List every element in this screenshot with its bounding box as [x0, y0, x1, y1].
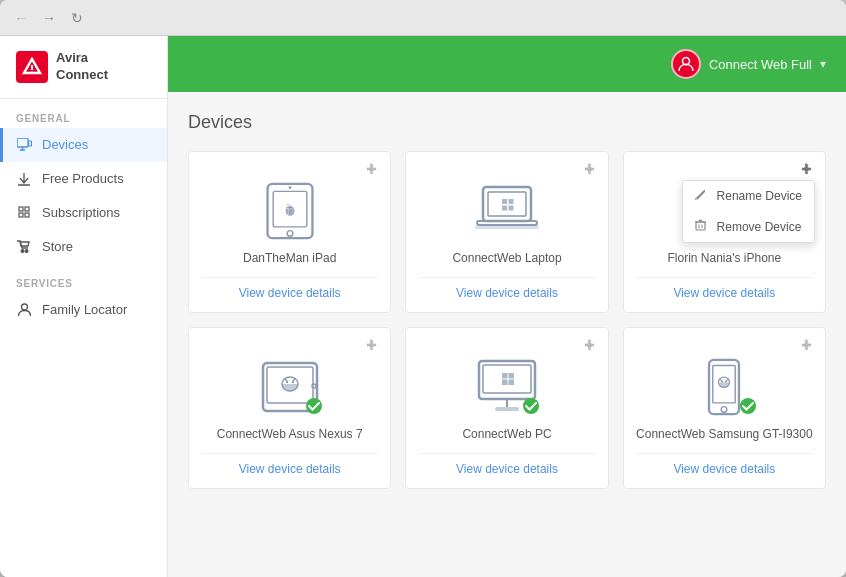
svg-rect-29	[502, 205, 507, 210]
view-details-connectweb-laptop[interactable]: View device details	[418, 277, 595, 300]
device-name-connectweb-samsung: ConnectWeb Samsung GT-I9300	[636, 427, 813, 441]
services-section-label: Services	[0, 264, 167, 293]
device-card-connectweb-laptop: ConnectWeb Laptop View device details	[405, 151, 608, 313]
browser-chrome: ← → ↻	[0, 0, 846, 36]
svg-text:: 	[285, 205, 289, 216]
svg-rect-59	[502, 379, 508, 385]
svg-point-67	[722, 406, 728, 412]
svg-rect-30	[508, 205, 513, 210]
device-icon-connectweb-nexus7	[255, 354, 325, 419]
context-menu-rename[interactable]: Rename Device	[683, 181, 814, 211]
view-details-connectweb-samsung[interactable]: View device details	[636, 453, 813, 476]
svg-line-72	[726, 378, 729, 381]
main-content: Connect Web Full ▾ Devices	[168, 36, 846, 577]
device-card-connectweb-pc: ConnectWeb PC View device details	[405, 327, 608, 489]
device-name-dantheman-ipad: DanTheMan iPad	[243, 251, 336, 265]
svg-rect-56	[483, 365, 531, 393]
svg-point-12	[21, 250, 24, 253]
sidebar-item-family-locator[interactable]: Family Locator	[0, 293, 167, 327]
svg-point-15	[682, 58, 689, 65]
device-settings-connectweb-nexus7[interactable]	[364, 338, 378, 355]
svg-point-49	[285, 380, 287, 382]
pencil-icon	[695, 189, 709, 203]
forward-button[interactable]: →	[40, 9, 58, 27]
device-name-florin-iphone: Florin Nania's iPhone	[667, 251, 781, 265]
person-icon	[16, 302, 32, 318]
general-section-label: General	[0, 99, 167, 128]
view-details-connectweb-pc[interactable]: View device details	[418, 453, 595, 476]
user-avatar	[671, 49, 701, 79]
view-details-florin-iphone[interactable]: View device details	[636, 277, 813, 300]
sidebar-item-devices[interactable]: Devices	[0, 128, 167, 162]
device-settings-connectweb-samsung[interactable]	[799, 338, 813, 355]
svg-rect-2	[17, 138, 28, 147]
svg-rect-57	[502, 373, 508, 379]
trash-icon	[695, 219, 709, 234]
device-card-florin-iphone: Rename Device	[623, 151, 826, 313]
user-badge[interactable]: Connect Web Full ▾	[671, 49, 826, 79]
sidebar-logo: Avira Connect	[0, 36, 167, 99]
svg-rect-8	[19, 207, 23, 211]
context-menu-rename-label: Rename Device	[717, 189, 802, 203]
grid-icon	[16, 205, 32, 221]
svg-rect-9	[25, 207, 29, 211]
device-name-connectweb-nexus7: ConnectWeb Asus Nexus 7	[217, 427, 363, 441]
svg-rect-31	[477, 221, 537, 225]
devices-grid:   DanTheMan iPad View device details	[188, 151, 826, 489]
svg-line-71	[720, 378, 723, 381]
svg-rect-10	[19, 213, 23, 217]
back-button[interactable]: ←	[12, 9, 30, 27]
sidebar: Avira Connect General Devices	[0, 36, 168, 577]
user-name: Connect Web Full	[709, 57, 812, 72]
logo-text: Avira Connect	[56, 50, 108, 84]
sidebar-item-subscriptions[interactable]: Subscriptions	[0, 196, 167, 230]
svg-point-1	[31, 71, 33, 73]
sidebar-item-devices-label: Devices	[42, 137, 88, 152]
device-settings-connectweb-pc[interactable]	[582, 338, 596, 355]
device-name-connectweb-laptop: ConnectWeb Laptop	[452, 251, 561, 265]
device-settings-connectweb-laptop[interactable]	[582, 162, 596, 179]
view-details-dantheman-ipad[interactable]: View device details	[201, 277, 378, 300]
sidebar-item-store-label: Store	[42, 239, 73, 254]
sidebar-item-family-locator-label: Family Locator	[42, 302, 127, 317]
device-card-dantheman-ipad:   DanTheMan iPad View device details	[188, 151, 391, 313]
avira-logo-icon	[16, 51, 48, 83]
svg-rect-11	[25, 213, 29, 217]
sidebar-item-subscriptions-label: Subscriptions	[42, 205, 120, 220]
dropdown-icon: ▾	[820, 57, 826, 71]
device-card-connectweb-samsung: ConnectWeb Samsung GT-I9300 View device …	[623, 327, 826, 489]
device-settings-dantheman-ipad[interactable]	[364, 162, 378, 179]
sidebar-item-free-products-label: Free Products	[42, 171, 124, 186]
svg-rect-58	[508, 373, 514, 379]
svg-point-14	[21, 304, 27, 310]
svg-rect-62	[495, 407, 519, 411]
svg-rect-32	[475, 225, 539, 229]
context-menu-remove[interactable]: Remove Device	[683, 211, 814, 242]
device-icon-connectweb-laptop	[472, 178, 542, 243]
cart-icon	[16, 239, 32, 255]
svg-point-13	[25, 250, 28, 253]
refresh-button[interactable]: ↻	[68, 9, 86, 27]
context-menu: Rename Device	[682, 180, 815, 243]
svg-rect-5	[28, 141, 31, 146]
svg-point-20	[287, 230, 293, 236]
top-bar: Connect Web Full ▾	[168, 36, 846, 92]
svg-rect-27	[502, 199, 507, 204]
device-settings-florin-iphone[interactable]	[799, 162, 813, 179]
devices-icon	[16, 137, 32, 153]
svg-point-50	[291, 380, 293, 382]
context-menu-remove-label: Remove Device	[717, 220, 802, 234]
svg-line-34	[695, 198, 696, 200]
page-title: Devices	[188, 112, 826, 133]
device-card-connectweb-nexus7: ConnectWeb Asus Nexus 7 View device deta…	[188, 327, 391, 489]
sidebar-item-store[interactable]: Store	[0, 230, 167, 264]
content-area: Devices	[168, 92, 846, 577]
svg-point-47	[312, 384, 316, 388]
svg-rect-60	[508, 379, 514, 385]
sidebar-item-free-products[interactable]: Free Products	[0, 162, 167, 196]
download-icon	[16, 171, 32, 187]
device-icon-connectweb-samsung	[689, 354, 759, 419]
device-name-connectweb-pc: ConnectWeb PC	[462, 427, 551, 441]
svg-rect-28	[508, 199, 513, 204]
view-details-connectweb-nexus7[interactable]: View device details	[201, 453, 378, 476]
